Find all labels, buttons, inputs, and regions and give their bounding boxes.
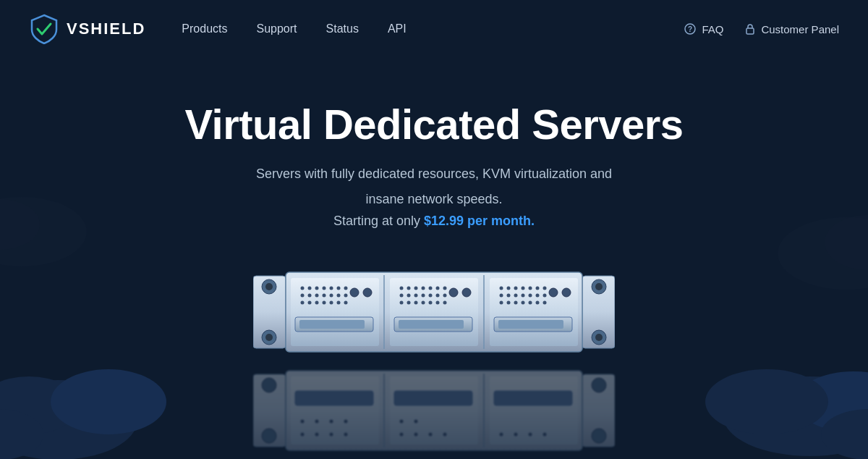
svg-point-68 [443, 294, 447, 298]
svg-point-103 [562, 288, 571, 297]
svg-point-94 [543, 294, 547, 298]
svg-point-59 [429, 287, 433, 290]
svg-point-99 [529, 301, 532, 305]
svg-point-72 [422, 301, 425, 305]
svg-point-76 [449, 288, 458, 297]
svg-point-102 [549, 288, 558, 297]
svg-point-60 [436, 287, 440, 290]
svg-point-48 [337, 301, 341, 305]
svg-point-46 [323, 301, 326, 305]
hero-price-line: Starting at only $12.99 per month. [333, 214, 535, 229]
svg-point-24 [595, 334, 603, 341]
svg-point-41 [337, 294, 341, 298]
svg-point-71 [414, 301, 418, 305]
svg-text:?: ? [688, 25, 692, 33]
navbar: VSHIELD Products Support Status API ? FA… [0, 0, 868, 58]
server-reflection [253, 363, 615, 458]
svg-point-69 [400, 301, 404, 305]
svg-point-40 [330, 294, 333, 298]
hero-subtitle-2: insane network speeds. [365, 189, 502, 210]
svg-point-67 [436, 294, 440, 298]
svg-point-87 [543, 287, 547, 290]
svg-point-66 [429, 294, 433, 298]
svg-point-110 [592, 429, 606, 443]
svg-point-70 [407, 301, 411, 305]
nav-products[interactable]: Products [182, 22, 227, 35]
svg-point-75 [443, 301, 447, 305]
svg-point-56 [407, 287, 411, 290]
svg-point-35 [344, 287, 348, 290]
svg-point-86 [536, 287, 540, 290]
logo[interactable]: VSHIELD [29, 14, 145, 44]
svg-point-77 [462, 288, 471, 297]
svg-point-17 [265, 283, 273, 290]
svg-point-64 [414, 294, 418, 298]
svg-point-73 [429, 301, 433, 305]
svg-point-91 [522, 294, 525, 298]
svg-rect-79 [399, 320, 464, 329]
svg-point-84 [522, 287, 525, 290]
svg-point-101 [543, 301, 547, 305]
hero-title: Virtual Dedicated Servers [184, 101, 683, 148]
svg-point-45 [315, 301, 319, 305]
svg-point-29 [301, 287, 305, 290]
svg-point-83 [514, 287, 518, 290]
lock-icon [745, 23, 755, 35]
server-graphic [253, 265, 615, 359]
svg-point-98 [522, 301, 525, 305]
svg-point-88 [500, 294, 503, 298]
svg-rect-53 [299, 320, 365, 329]
svg-point-49 [344, 301, 348, 305]
svg-point-30 [308, 287, 312, 290]
hero-section: Virtual Dedicated Servers Servers with f… [0, 58, 868, 459]
customer-panel-link[interactable]: Customer Panel [745, 23, 839, 35]
question-icon: ? [684, 23, 696, 35]
svg-point-42 [344, 294, 348, 298]
svg-point-47 [330, 301, 333, 305]
svg-point-82 [507, 287, 511, 290]
svg-point-81 [500, 287, 503, 290]
vshield-logo-icon [29, 14, 59, 44]
svg-point-62 [400, 294, 404, 298]
svg-point-36 [301, 294, 305, 298]
svg-rect-137 [394, 391, 472, 405]
svg-point-37 [308, 294, 312, 298]
svg-rect-136 [295, 391, 373, 405]
nav-right: ? FAQ Customer Panel [684, 23, 839, 35]
hero-price: $12.99 per month. [424, 214, 535, 228]
svg-point-93 [536, 294, 540, 298]
nav-support[interactable]: Support [257, 22, 297, 35]
svg-rect-138 [494, 391, 572, 405]
svg-point-51 [363, 288, 372, 297]
nav-status[interactable]: Status [326, 22, 359, 35]
svg-point-90 [514, 294, 518, 298]
svg-point-44 [308, 301, 312, 305]
svg-point-95 [500, 301, 503, 305]
svg-point-19 [265, 334, 273, 341]
svg-point-74 [436, 301, 440, 305]
svg-point-38 [315, 294, 319, 298]
logo-text: VSHIELD [67, 20, 145, 38]
svg-point-85 [529, 287, 532, 290]
svg-point-96 [507, 301, 511, 305]
svg-point-111 [592, 378, 606, 392]
svg-point-100 [536, 301, 540, 305]
svg-rect-105 [498, 320, 563, 329]
svg-point-63 [407, 294, 411, 298]
nav-api[interactable]: API [388, 22, 407, 35]
svg-point-32 [323, 287, 326, 290]
svg-point-33 [330, 287, 333, 290]
server-illustration [246, 265, 622, 459]
svg-point-57 [414, 287, 418, 290]
svg-rect-14 [746, 28, 754, 34]
svg-point-89 [507, 294, 511, 298]
svg-point-108 [262, 378, 276, 392]
svg-point-65 [422, 294, 425, 298]
svg-point-92 [529, 294, 532, 298]
svg-point-58 [422, 287, 425, 290]
svg-point-61 [443, 287, 447, 290]
faq-link[interactable]: ? FAQ [684, 23, 723, 35]
svg-point-97 [514, 301, 518, 305]
svg-point-39 [323, 294, 326, 298]
svg-point-31 [315, 287, 319, 290]
